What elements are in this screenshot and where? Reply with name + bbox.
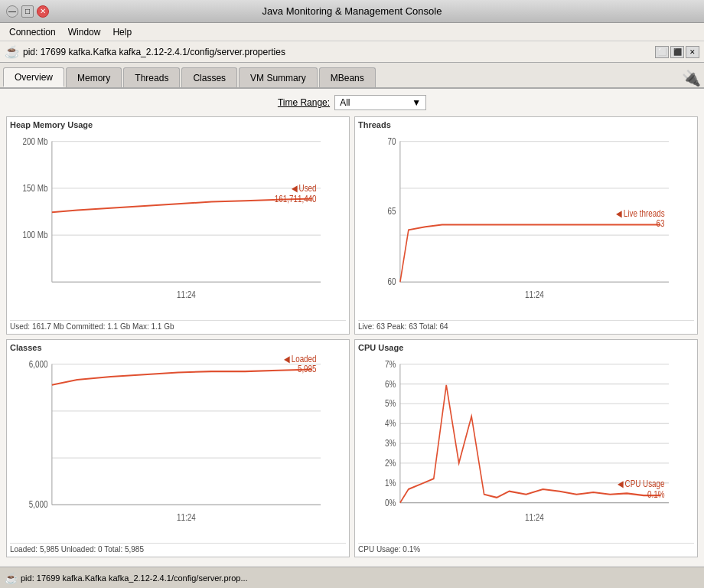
status-java-icon: ☕ (5, 572, 18, 584)
svg-text:0%: 0% (385, 498, 396, 508)
svg-text:◀ Live threads: ◀ Live threads (616, 208, 665, 218)
svg-text:7%: 7% (385, 359, 396, 369)
time-range-value: All (340, 97, 412, 108)
tab-mbeans[interactable]: MBeans (319, 67, 376, 87)
threads-panel: Threads 70 65 60 11:24 (354, 116, 698, 335)
main-content: Time Range: All ▼ Heap Memory Usage (0, 89, 704, 567)
restore-button[interactable]: ⬜ (655, 46, 669, 58)
threads-footer: Live: 63 Peak: 63 Total: 64 (358, 320, 694, 331)
classes-panel: Classes 6,000 5,000 11:24 (6, 339, 350, 557)
svg-text:65: 65 (387, 206, 396, 216)
status-bar: ☕ pid: 17699 kafka.Kafka kafka_2.12-2.4.… (0, 567, 704, 588)
svg-text:◀ Loaded: ◀ Loaded (284, 354, 317, 364)
svg-text:6%: 6% (385, 379, 396, 389)
process-bar: ☕ pid: 17699 kafka.Kafka kafka_2.12-2.4.… (0, 41, 704, 63)
heap-memory-title: Heap Memory Usage (10, 120, 346, 129)
svg-text:◀ Used: ◀ Used (292, 183, 317, 193)
svg-text:70: 70 (387, 136, 396, 146)
heap-memory-chart: 200 Mb 150 Mb 100 Mb 11:24 ◀ Used 161,71… (10, 131, 346, 318)
window-title: Java Monitoring & Management Console (67, 5, 637, 17)
cpu-usage-panel: CPU Usage 7% 6% (354, 339, 698, 557)
svg-text:1%: 1% (385, 478, 396, 488)
cpu-usage-chart: 7% 6% 5% 4% 3% 2% 1% 0% 11:24 ◀ CPU Usag… (358, 354, 694, 541)
minimize-button[interactable]: — (6, 5, 18, 18)
threads-title: Threads (358, 120, 694, 129)
classes-footer: Loaded: 5,985 Unloaded: 0 Total: 5,985 (10, 543, 346, 554)
svg-text:11:24: 11:24 (177, 512, 196, 522)
svg-text:5%: 5% (385, 398, 396, 408)
menu-help[interactable]: Help (106, 25, 138, 39)
svg-text:60: 60 (387, 276, 396, 286)
svg-text:11:24: 11:24 (525, 512, 544, 522)
window-close-button[interactable]: ✕ (686, 46, 699, 58)
tabs-bar: Overview Memory Threads Classes VM Summa… (0, 63, 704, 89)
charts-grid: Heap Memory Usage 200 Mb 150 Mb 100 Mb (6, 116, 698, 557)
classes-title: Classes (10, 343, 346, 352)
heap-memory-panel: Heap Memory Usage 200 Mb 150 Mb 100 Mb (6, 116, 350, 335)
tab-memory[interactable]: Memory (66, 67, 122, 87)
svg-text:63: 63 (657, 218, 665, 228)
tab-overview[interactable]: Overview (3, 67, 64, 87)
title-bar: — □ ✕ Java Monitoring & Management Conso… (0, 0, 704, 23)
svg-text:4%: 4% (385, 418, 396, 428)
time-range-select[interactable]: All ▼ (334, 95, 426, 110)
menu-connection[interactable]: Connection (3, 25, 62, 39)
tab-vm-summary[interactable]: VM Summary (239, 67, 318, 87)
classes-chart: 6,000 5,000 11:24 ◀ Loaded 5,985 (10, 354, 346, 541)
svg-text:5,000: 5,000 (29, 499, 48, 509)
cpu-usage-footer: CPU Usage: 0.1% (358, 543, 694, 554)
close-button[interactable]: ✕ (37, 5, 49, 18)
svg-text:0.1%: 0.1% (647, 489, 665, 499)
status-label: pid: 17699 kafka.Kafka kafka_2.12-2.4.1/… (21, 573, 248, 583)
svg-text:11:24: 11:24 (177, 289, 196, 299)
svg-text:150 Mb: 150 Mb (22, 183, 47, 193)
time-range-bar: Time Range: All ▼ (6, 95, 698, 110)
plugin-icon: 🔌 (682, 69, 701, 87)
threads-chart: 70 65 60 11:24 ◀ Live threads 63 (358, 131, 694, 318)
heap-memory-footer: Used: 161.7 Mb Committed: 1.1 Gb Max: 1.… (10, 320, 346, 331)
menu-bar: Connection Window Help (0, 23, 704, 41)
svg-text:11:24: 11:24 (525, 289, 544, 299)
tab-threads[interactable]: Threads (123, 67, 180, 87)
chevron-down-icon: ▼ (412, 97, 421, 108)
maximize-button[interactable]: □ (21, 5, 34, 18)
svg-text:3%: 3% (385, 438, 396, 448)
svg-text:◀ CPU Usage: ◀ CPU Usage (618, 479, 665, 488)
svg-text:200 Mb: 200 Mb (22, 136, 47, 146)
time-range-label: Time Range: (278, 97, 330, 108)
svg-text:6,000: 6,000 (29, 359, 48, 369)
window-max-button[interactable]: ⬛ (670, 46, 684, 58)
java-icon: ☕ (5, 44, 20, 59)
svg-text:2%: 2% (385, 458, 396, 468)
process-label: pid: 17699 kafka.Kafka kafka_2.12-2.4.1/… (23, 47, 652, 57)
cpu-usage-title: CPU Usage (358, 343, 694, 352)
svg-text:5,985: 5,985 (298, 364, 317, 374)
tab-classes[interactable]: Classes (181, 67, 237, 87)
menu-window[interactable]: Window (62, 25, 107, 39)
svg-text:161,711,440: 161,711,440 (275, 194, 317, 204)
svg-text:100 Mb: 100 Mb (22, 230, 47, 240)
